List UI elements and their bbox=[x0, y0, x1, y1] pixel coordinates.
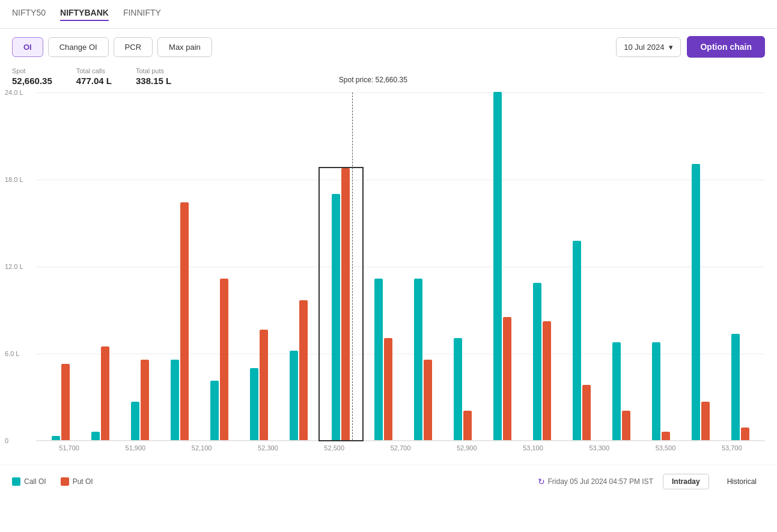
legend-bar: Call OI Put OI ↻ Friday 05 Jul 2024 04:5… bbox=[0, 465, 777, 498]
bars-container bbox=[36, 92, 765, 440]
put-bar bbox=[180, 202, 189, 440]
refresh-icon: ↻ bbox=[538, 477, 545, 486]
call-bar bbox=[290, 351, 298, 440]
chart-area: 24.0 L18.0 L12.0 L6.0 L0Spot price: 52,6… bbox=[0, 92, 777, 465]
put-oi-dot bbox=[61, 477, 69, 486]
bar-group bbox=[318, 167, 363, 441]
x-axis-label: 52,500 bbox=[324, 444, 344, 452]
put-bar bbox=[61, 364, 70, 440]
put-oi-label: Put OI bbox=[73, 477, 93, 486]
put-bar bbox=[299, 300, 308, 440]
x-axis-label: 52,900 bbox=[457, 444, 477, 452]
total-calls-value: 477.04 L bbox=[76, 76, 112, 86]
call-oi-legend: Call OI bbox=[12, 477, 46, 486]
call-bar bbox=[414, 279, 422, 440]
spot-price-label: Spot price: 52,660.35 bbox=[339, 76, 407, 84]
put-oi-legend: Put OI bbox=[61, 477, 93, 486]
tab-nifty50[interactable]: NIFTY50 bbox=[12, 8, 46, 21]
x-axis-label: 53,100 bbox=[523, 444, 543, 452]
call-bar bbox=[210, 381, 219, 440]
grid-line bbox=[36, 441, 765, 441]
tab-niftybank[interactable]: NIFTYBANK bbox=[60, 8, 109, 21]
total-puts-label: Total puts bbox=[136, 67, 171, 74]
tab-finnifty[interactable]: FINNIFTY bbox=[123, 8, 161, 21]
bar-group bbox=[641, 342, 681, 440]
put-bar bbox=[101, 346, 109, 440]
put-bar bbox=[141, 360, 149, 440]
max-pain-button[interactable]: Max pain bbox=[157, 37, 212, 57]
spot-price-line: Spot price: 52,660.35 bbox=[352, 92, 353, 440]
bar-group bbox=[443, 338, 483, 440]
refresh-time-label: Friday 05 Jul 2024 04:57 PM IST bbox=[548, 477, 653, 486]
call-bar bbox=[171, 360, 179, 440]
bar-group bbox=[681, 164, 721, 440]
call-bar bbox=[374, 279, 383, 440]
toolbar: OI Change OI PCR Max pain 10 Jul 2024 ▾ … bbox=[0, 29, 777, 65]
bar-group bbox=[279, 300, 318, 440]
put-bar bbox=[384, 338, 392, 440]
y-axis-label: 24.0 L bbox=[5, 89, 23, 96]
call-oi-label: Call OI bbox=[24, 477, 46, 486]
call-bar bbox=[573, 241, 581, 440]
x-axis-label: 52,700 bbox=[391, 444, 411, 452]
legend-right: ↻ Friday 05 Jul 2024 04:57 PM IST Intrad… bbox=[538, 474, 765, 489]
call-bar bbox=[692, 164, 700, 440]
call-bar bbox=[612, 342, 621, 440]
change-oi-button[interactable]: Change OI bbox=[48, 37, 109, 57]
y-axis-label: 18.0 L bbox=[5, 176, 23, 183]
bar-group bbox=[403, 279, 443, 440]
x-axis-label: 52,100 bbox=[192, 444, 212, 452]
spot-value: 52,660.35 bbox=[12, 76, 52, 86]
put-bar bbox=[622, 411, 630, 441]
bar-group bbox=[200, 279, 239, 440]
call-bar bbox=[91, 432, 100, 440]
chart-inner: 24.0 L18.0 L12.0 L6.0 L0Spot price: 52,6… bbox=[36, 92, 765, 441]
call-bar bbox=[493, 92, 502, 440]
bar-group bbox=[522, 283, 562, 440]
x-axis-label: 51,900 bbox=[126, 444, 146, 452]
option-chain-button[interactable]: Option chain bbox=[687, 36, 765, 58]
bar-group bbox=[364, 279, 403, 440]
bar-group bbox=[483, 92, 522, 440]
bar-group bbox=[721, 334, 760, 440]
put-bar bbox=[582, 385, 591, 440]
put-bar bbox=[741, 428, 749, 440]
call-oi-dot bbox=[12, 477, 20, 486]
put-bar bbox=[220, 279, 228, 440]
oi-button[interactable]: OI bbox=[12, 37, 43, 57]
x-axis-label: 53,500 bbox=[656, 444, 676, 452]
put-bar bbox=[424, 360, 432, 440]
total-calls-item: Total calls 477.04 L bbox=[76, 67, 112, 86]
total-puts-value: 338.15 L bbox=[136, 76, 171, 86]
call-bar bbox=[250, 368, 258, 440]
call-bar bbox=[652, 342, 660, 440]
bar-group bbox=[160, 202, 200, 440]
bar-group bbox=[239, 330, 279, 440]
toolbar-left: OI Change OI PCR Max pain bbox=[12, 37, 212, 57]
put-bar bbox=[341, 168, 350, 440]
put-bar bbox=[503, 317, 511, 440]
y-axis-label: 12.0 L bbox=[5, 263, 23, 270]
x-axis-label: 51,700 bbox=[59, 444, 79, 452]
date-picker[interactable]: 10 Jul 2024 ▾ bbox=[616, 37, 681, 57]
put-bar bbox=[662, 432, 670, 440]
x-axis-label: 53,300 bbox=[589, 444, 609, 452]
intraday-button[interactable]: Intraday bbox=[663, 474, 709, 489]
put-bar bbox=[543, 321, 551, 440]
call-bar bbox=[533, 283, 541, 440]
y-axis-label: 6.0 L bbox=[5, 350, 19, 357]
bar-group bbox=[602, 342, 641, 440]
refresh-time: ↻ Friday 05 Jul 2024 04:57 PM IST bbox=[538, 477, 653, 486]
spot-label: Spot bbox=[12, 67, 52, 74]
bar-group bbox=[41, 364, 81, 440]
x-axis-label: 53,700 bbox=[722, 444, 742, 452]
toolbar-right: 10 Jul 2024 ▾ Option chain bbox=[616, 36, 765, 58]
historical-button[interactable]: Historical bbox=[719, 474, 765, 489]
call-bar bbox=[332, 194, 340, 440]
put-bar bbox=[260, 330, 268, 440]
put-bar bbox=[463, 411, 472, 441]
spot-item: Spot 52,660.35 bbox=[12, 67, 52, 86]
pcr-button[interactable]: PCR bbox=[114, 37, 153, 57]
call-bar bbox=[731, 334, 740, 440]
call-bar bbox=[131, 402, 139, 440]
